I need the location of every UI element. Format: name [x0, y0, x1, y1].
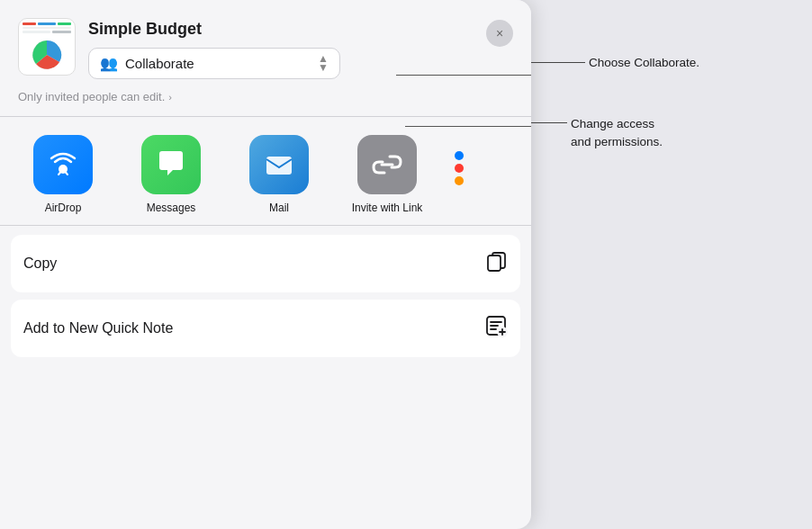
- annotation-collaborate: Choose Collaborate.: [531, 56, 699, 69]
- annot-text-access-line1: Change access: [571, 115, 663, 133]
- action-list: Copy Add to New Quick Note: [0, 226, 531, 373]
- panel-header: Simple Budget 👥 Collaborate ▲ ▼ ×: [0, 0, 531, 90]
- annot-line-collaborate: [531, 62, 585, 63]
- header-content: Simple Budget 👥 Collaborate ▲ ▼: [88, 18, 474, 79]
- mail-label: Mail: [269, 202, 289, 216]
- airdrop-svg: [46, 148, 80, 182]
- annot-text-access-container: Change access and permissions.: [571, 115, 663, 152]
- annot-text-access-line2: and permissions.: [571, 133, 663, 151]
- annotation-access: Change access and permissions.: [531, 115, 663, 152]
- copy-icon: [484, 249, 508, 278]
- annot-line-h-collaborate: [396, 75, 531, 76]
- annot-line-h-access: [405, 126, 531, 127]
- svg-rect-7: [488, 256, 501, 271]
- dot-orange: [455, 176, 464, 185]
- quick-note-label: Add to New Quick Note: [23, 320, 173, 336]
- airdrop-icon: [33, 135, 93, 194]
- share-row: AirDrop Messages Mail: [0, 117, 531, 226]
- collaborate-label: Collaborate: [125, 56, 311, 71]
- quick-note-icon: [484, 314, 508, 343]
- collaborate-people-icon: 👥: [100, 55, 118, 72]
- share-item-more[interactable]: [441, 135, 477, 185]
- doc-thumbnail: [18, 18, 76, 76]
- doc-title: Simple Budget: [88, 20, 474, 39]
- share-item-mail[interactable]: Mail: [225, 135, 333, 216]
- collaborate-dropdown[interactable]: 👥 Collaborate ▲ ▼: [88, 48, 340, 79]
- share-item-messages[interactable]: Messages: [117, 135, 225, 216]
- messages-label: Messages: [147, 202, 196, 216]
- messages-svg: [154, 148, 188, 182]
- messages-icon: [141, 135, 201, 194]
- share-item-invite[interactable]: Invite with Link: [333, 135, 441, 216]
- share-item-airdrop[interactable]: AirDrop: [9, 135, 117, 216]
- invite-link-icon: [357, 135, 417, 194]
- copy-label: Copy: [23, 256, 57, 272]
- more-dots-container: [455, 135, 464, 185]
- share-panel: Simple Budget 👥 Collaborate ▲ ▼ × Only i…: [0, 0, 531, 529]
- airdrop-label: AirDrop: [45, 202, 82, 216]
- annot-text-collaborate: Choose Collaborate.: [589, 56, 699, 69]
- scene: Simple Budget 👥 Collaborate ▲ ▼ × Only i…: [0, 0, 812, 529]
- mail-icon: [249, 135, 309, 194]
- chart-icon: [31, 39, 63, 71]
- invite-label: Invite with Link: [352, 202, 423, 216]
- copy-action[interactable]: Copy: [11, 235, 520, 292]
- dot-red: [455, 164, 464, 173]
- annot-line-access: [531, 122, 567, 123]
- access-text: Only invited people can edit. ›: [18, 90, 513, 103]
- mail-svg: [262, 148, 296, 182]
- quick-note-action[interactable]: Add to New Quick Note: [11, 300, 520, 357]
- invite-svg: [370, 148, 404, 182]
- svg-rect-4: [266, 157, 292, 175]
- access-row[interactable]: Only invited people can edit. ›: [0, 90, 531, 117]
- chevron-updown-icon: ▲ ▼: [318, 55, 329, 72]
- access-chevron-icon: ›: [168, 92, 172, 103]
- dot-blue: [455, 151, 464, 160]
- close-button[interactable]: ×: [486, 20, 513, 47]
